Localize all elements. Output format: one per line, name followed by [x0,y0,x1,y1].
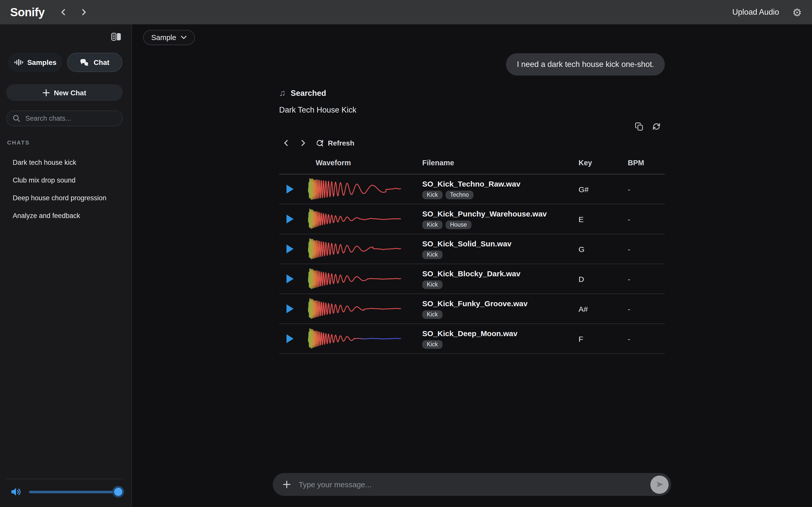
nav-forward-button[interactable] [79,8,88,17]
refresh-label: Refresh [328,139,354,147]
sample-key: G [578,245,628,253]
chat-list: Dark tech house kick Club mix drop sound… [0,154,132,225]
message-composer [273,473,671,496]
sample-filename: SO_Kick_Techno_Raw.wav [422,179,578,188]
upload-audio-button[interactable]: Upload Audio [732,8,779,17]
sidebar-chat-item[interactable]: Analyze and feedback [0,207,132,225]
waveform-preview[interactable] [308,177,401,201]
tab-chat[interactable]: Chat [67,53,122,72]
results-next-button[interactable] [299,139,307,147]
sample-bpm: - [628,185,665,193]
app-window: Sonify Upload Audio ⚙ [0,0,812,507]
sample-tag: Kick [422,250,442,259]
sample-filename: SO_Kick_Blocky_Dark.wav [422,269,578,278]
column-header-bpm: BPM [628,158,665,167]
play-button[interactable] [286,304,294,314]
chat-main: Sample I need a dark tech house kick one… [132,24,812,507]
sample-tag: Kick [422,340,442,349]
sample-table-row: SO_Kick_Punchy_Warehouse.wav KickHouse E… [279,204,665,234]
sample-bpm: - [628,334,665,343]
sample-key: A# [578,304,628,313]
regenerate-button[interactable] [652,122,661,131]
play-icon [286,274,294,284]
results-toolbar: Refresh [279,139,665,147]
message-input[interactable] [298,480,646,489]
column-header-filename: Filename [414,158,578,167]
attach-button[interactable] [283,481,291,488]
mode-selector-dropdown[interactable]: Sample [143,30,195,45]
chat-bubbles-icon [80,58,90,66]
waveform-preview[interactable] [308,327,401,350]
sample-tag: Techno [445,190,473,199]
speaker-icon[interactable] [11,487,22,497]
play-icon [286,304,294,314]
waveform-preview[interactable] [308,267,401,290]
sidebar-tabs: Samples Chat [8,53,122,72]
sample-table-row: SO_Kick_Funky_Groove.wav Kick A# - [279,294,665,324]
sample-filename: SO_Kick_Solid_Sun.wav [422,239,578,248]
tab-chat-label: Chat [94,58,109,66]
chevron-right-icon [79,8,88,17]
play-button[interactable] [286,184,294,194]
user-message-bubble: I need a dark tech house kick one-shot. [506,53,665,75]
waveform-preview[interactable] [308,237,401,261]
waveform-preview[interactable] [308,297,401,321]
refresh-icon [316,139,324,147]
searched-row: ♫ Searched [279,88,665,98]
waveform-preview[interactable] [308,207,401,231]
sample-tag: Kick [422,310,442,319]
search-chats-input[interactable] [24,114,116,123]
play-button[interactable] [286,274,294,284]
nav-back-button[interactable] [59,8,68,17]
send-button[interactable] [650,475,669,494]
results-prev-button[interactable] [282,139,290,147]
sidebar: Samples Chat New Chat [0,24,132,507]
sample-filename: SO_Kick_Funky_Groove.wav [422,299,578,307]
sample-key: G# [578,185,628,193]
sidebar-chat-item[interactable]: Club mix drop sound [0,171,132,189]
sample-tags: Kick [422,310,578,319]
copy-button[interactable] [635,122,644,131]
volume-slider[interactable] [29,488,122,496]
sample-tag: Kick [422,220,442,229]
sample-tags: Kick [422,340,578,349]
sample-tags: KickHouse [422,220,578,229]
sample-bpm: - [628,245,665,253]
chats-heading: CHATS [7,139,132,146]
samples-table: Waveform Filename Key BPM SO_Kick_Techno… [279,151,665,354]
play-icon [286,334,294,344]
topbar: Sonify Upload Audio ⚙ [0,0,812,24]
sample-tags: Kick [422,280,578,289]
search-chats-box [6,111,123,126]
searched-label: Searched [291,89,326,98]
play-button[interactable] [286,214,294,224]
search-icon [13,115,20,122]
sample-table-row: SO_Kick_Techno_Raw.wav KickTechno G# - [279,174,665,204]
sample-filename: SO_Kick_Punchy_Warehouse.wav [422,209,578,218]
regenerate-icon [652,122,661,131]
chevron-left-icon [282,139,290,147]
volume-slider-thumb[interactable] [114,488,122,496]
sample-tags: Kick [422,250,578,259]
chat-content: I need a dark tech house kick one-shot. … [279,24,665,354]
play-button[interactable] [286,244,294,254]
sample-tag: House [445,220,471,229]
sidebar-chat-item[interactable]: Deep house chord progression [0,189,132,207]
sample-table-row: SO_Kick_Solid_Sun.wav Kick G - [279,234,665,264]
sidebar-chat-item[interactable]: Dark tech house kick [0,154,132,171]
settings-gear-icon[interactable]: ⚙ [792,7,802,17]
new-chat-button[interactable]: New Chat [6,84,123,101]
collapse-sidebar-icon[interactable] [111,33,121,41]
sample-tag: Kick [422,280,442,289]
sample-key: E [578,215,628,223]
refresh-results-button[interactable]: Refresh [316,139,354,147]
plus-icon [43,89,50,96]
music-notes-icon: ♫ [279,88,286,98]
play-icon [286,184,294,194]
tab-samples-label: Samples [27,58,56,66]
message-actions [279,122,665,131]
play-button[interactable] [286,334,294,344]
mode-selector-label: Sample [151,34,176,42]
tab-samples[interactable]: Samples [8,53,62,72]
plus-icon [283,481,291,488]
